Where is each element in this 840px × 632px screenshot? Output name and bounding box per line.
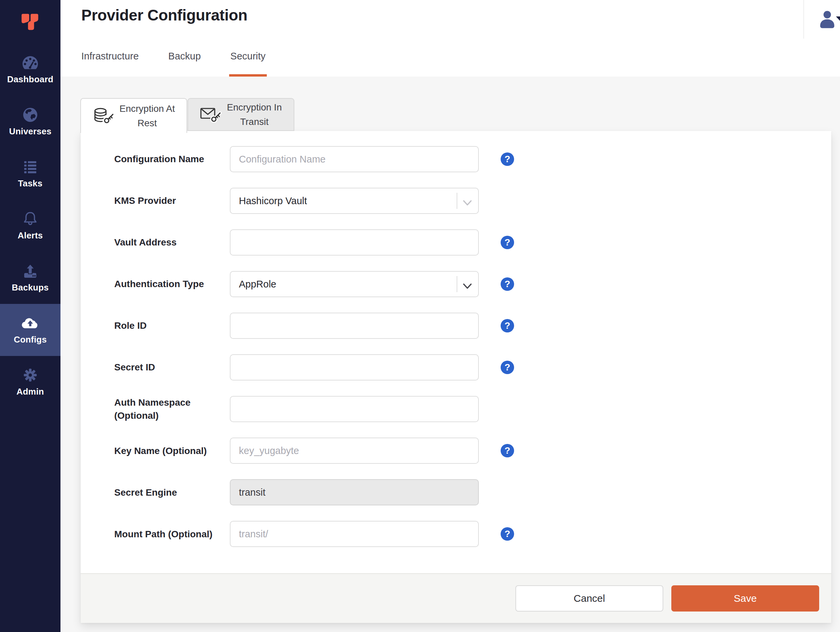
field-control — [230, 438, 479, 464]
help-icon[interactable]: ? — [501, 361, 514, 374]
authentication-type-select[interactable]: AppRole — [230, 271, 479, 297]
sidebar-item-backups[interactable]: Backups — [0, 252, 60, 304]
kms-config-form: Configuration Name?KMS ProviderHashicorp… — [81, 131, 831, 547]
form-row-authentication-type: Authentication TypeAppRole? — [114, 271, 831, 297]
sidebar-item-label: Alerts — [18, 230, 43, 241]
caret-down-icon[interactable] — [836, 16, 840, 22]
sidebar-item-alerts[interactable]: Alerts — [0, 200, 60, 252]
encryption-at-rest-card: Configuration Name?KMS ProviderHashicorp… — [81, 131, 831, 623]
sidebar-item-tasks[interactable]: Tasks — [0, 148, 60, 200]
secret-engine-input[interactable] — [230, 479, 479, 505]
sidebar: DashboardUniversesTasksAlertsBackupsConf… — [0, 0, 60, 632]
authentication-type-value: AppRole — [239, 279, 276, 290]
auth-namespace-input[interactable] — [230, 396, 479, 422]
subtab-encryption-at-rest[interactable]: Encryption AtRest — [80, 98, 187, 133]
field-label-kms-provider: KMS Provider — [114, 194, 230, 207]
sidebar-item-label: Tasks — [18, 178, 43, 189]
field-control: AppRole — [230, 271, 479, 297]
field-control: Hashicorp Vault — [230, 188, 479, 214]
form-footer: Cancel Save — [81, 573, 831, 623]
form-row-kms-provider: KMS ProviderHashicorp Vault — [114, 188, 831, 214]
gauge-icon — [22, 55, 39, 71]
encryption-tabs: Encryption AtRestEncryption InTransit — [80, 98, 294, 133]
sidebar-item-configs[interactable]: Configs — [0, 304, 60, 356]
select-divider — [456, 193, 457, 209]
upload-icon — [22, 263, 39, 279]
sidebar-nav: DashboardUniversesTasksAlertsBackupsConf… — [0, 44, 60, 408]
field-control — [230, 313, 479, 339]
field-label-configuration-name: Configuration Name — [114, 153, 230, 165]
list-icon — [22, 159, 39, 175]
chevron-down-icon — [462, 197, 472, 204]
globe-icon — [22, 107, 39, 123]
secret-id-input[interactable] — [230, 354, 479, 380]
form-row-key-name: Key Name (Optional)? — [114, 438, 831, 464]
form-row-role-id: Role ID? — [114, 313, 831, 339]
database-key-icon — [93, 106, 115, 126]
tab-backup[interactable]: Backup — [168, 51, 201, 77]
key-name-input[interactable] — [230, 438, 479, 464]
form-row-secret-id: Secret ID? — [114, 354, 831, 380]
form-row-mount-path: Mount Path (Optional)? — [114, 521, 831, 547]
form-row-vault-address: Vault Address? — [114, 229, 831, 255]
field-label-role-id: Role ID — [114, 319, 230, 332]
sidebar-item-label: Universes — [9, 126, 51, 137]
field-control — [230, 396, 479, 422]
role-id-input[interactable] — [230, 313, 479, 339]
envelope-key-icon — [200, 105, 222, 124]
yugabyte-logo[interactable] — [19, 11, 41, 33]
sidebar-item-universes[interactable]: Universes — [0, 96, 60, 148]
gear-icon — [22, 367, 39, 383]
field-label-mount-path: Mount Path (Optional) — [114, 528, 230, 541]
sidebar-item-admin[interactable]: Admin — [0, 356, 60, 408]
page-title: Provider Configuration — [81, 6, 247, 24]
sidebar-item-label: Dashboard — [7, 74, 54, 85]
help-icon[interactable]: ? — [501, 527, 514, 541]
form-row-auth-namespace: Auth Namespace (Optional) — [114, 396, 831, 422]
configuration-name-input[interactable] — [230, 146, 479, 172]
tab-infrastructure[interactable]: Infrastructure — [81, 51, 139, 77]
bell-icon — [22, 211, 39, 227]
cloud-upload-icon — [22, 315, 39, 331]
help-icon[interactable]: ? — [501, 277, 514, 291]
field-label-vault-address: Vault Address — [114, 236, 230, 249]
subtab-label: Encryption InTransit — [227, 100, 281, 129]
form-row-secret-engine: Secret Engine — [114, 479, 831, 505]
tab-security[interactable]: Security — [231, 51, 266, 77]
field-label-secret-id: Secret ID — [114, 361, 230, 374]
help-icon[interactable]: ? — [501, 236, 514, 249]
field-control — [230, 354, 479, 380]
kms-provider-select[interactable]: Hashicorp Vault — [230, 188, 479, 214]
header: Provider Configuration InfrastructureBac… — [60, 0, 840, 77]
mount-path-input[interactable] — [230, 521, 479, 547]
field-control — [230, 521, 479, 547]
cancel-button[interactable]: Cancel — [515, 585, 663, 612]
subtab-encryption-in-transit[interactable]: Encryption InTransit — [188, 98, 294, 131]
chevron-down-icon — [462, 281, 472, 287]
field-control — [230, 229, 479, 255]
header-divider — [804, 0, 804, 39]
sidebar-item-dashboard[interactable]: Dashboard — [0, 44, 60, 96]
field-label-authentication-type: Authentication Type — [114, 277, 230, 290]
field-label-auth-namespace: Auth Namespace (Optional) — [114, 396, 230, 422]
provider-config-tabs: InfrastructureBackupSecurity — [81, 51, 265, 77]
sidebar-item-label: Admin — [16, 386, 44, 397]
sidebar-item-label: Backups — [12, 282, 49, 293]
content-area: Encryption AtRestEncryption InTransit Co… — [60, 77, 840, 632]
field-control — [230, 146, 479, 172]
save-button[interactable]: Save — [671, 585, 819, 612]
select-divider — [456, 276, 457, 292]
user-icon[interactable] — [818, 9, 837, 29]
help-icon[interactable]: ? — [501, 444, 514, 457]
kms-provider-value: Hashicorp Vault — [239, 195, 307, 206]
field-label-key-name: Key Name (Optional) — [114, 444, 230, 457]
help-icon[interactable]: ? — [501, 153, 514, 166]
help-icon[interactable]: ? — [501, 319, 514, 333]
subtab-label: Encryption AtRest — [120, 101, 175, 131]
sidebar-item-label: Configs — [14, 334, 47, 345]
form-row-configuration-name: Configuration Name? — [114, 146, 831, 172]
field-label-secret-engine: Secret Engine — [114, 486, 230, 499]
vault-address-input[interactable] — [230, 229, 479, 255]
field-control — [230, 479, 479, 505]
